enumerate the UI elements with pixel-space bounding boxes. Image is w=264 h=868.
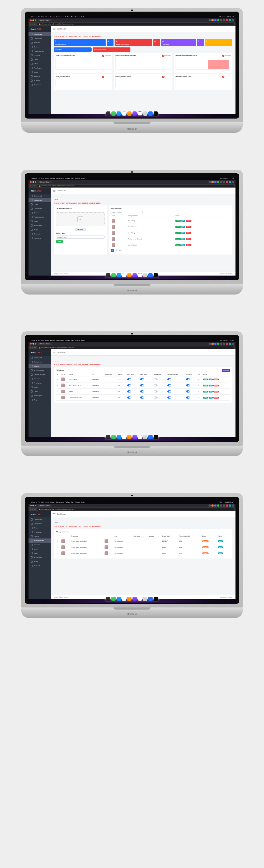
- search-input[interactable]: [111, 211, 142, 214]
- breadcrumb-home[interactable]: Home: [54, 522, 58, 523]
- toggle-popular[interactable]: [186, 378, 190, 380]
- active-badge[interactable]: Active: [203, 378, 208, 380]
- sidebar-item[interactable]: Categories: [28, 36, 51, 40]
- sidebar-item[interactable]: Appointments: [28, 49, 51, 53]
- macbook-frame: ChromeFileEditViewHistoryBookmarksProfil…: [21, 169, 243, 294]
- delete-button[interactable]: Delete: [213, 378, 219, 380]
- nav-fwd-icon[interactable]: ›: [32, 23, 33, 25]
- chevron-right-icon[interactable]: ›: [123, 250, 124, 252]
- sidebar-item[interactable]: Freelancer: [28, 207, 51, 211]
- tile-pending[interactable]: 0Pending Appointments: [114, 39, 152, 46]
- tile[interactable]: 0: [205, 39, 232, 46]
- tile[interactable]: 0: [153, 39, 160, 46]
- edit-button[interactable]: Edit: [209, 378, 213, 380]
- sidebar-item[interactable]: Coupons: [28, 53, 51, 57]
- appointments-panel: All Appointments #FreelancerUserServices…: [54, 529, 232, 558]
- view-button[interactable]: View: [218, 540, 223, 542]
- vscode-icon[interactable]: [148, 112, 153, 116]
- sidebar-item[interactable]: Appointments: [28, 215, 51, 219]
- sidebar-item[interactable]: Payments: [28, 236, 51, 240]
- table-row: 2BeautyAhmedabad…0.000ActiveEditDelete: [56, 389, 230, 395]
- sidebar-item[interactable]: Services: [28, 40, 51, 45]
- tile-users[interactable]: 0Total Users: [161, 39, 195, 46]
- next-link[interactable]: Next: [119, 250, 122, 252]
- cover-upload[interactable]: ▣: [56, 212, 105, 226]
- sidebar-item[interactable]: App Pages: [28, 223, 51, 227]
- salons-panel: Add New All Salons IdCoverNameCityCatego…: [54, 367, 232, 403]
- table-row: Hair ColouringActiveEditDelete: [111, 224, 230, 230]
- add-cover-button[interactable]: Add Cover: [75, 227, 86, 231]
- page-1[interactable]: 1: [111, 249, 114, 252]
- tile-new-appts[interactable]: 0New Appointments: [54, 39, 106, 46]
- salons-table: IdCoverNameCityCategoriesRatingHave Shop…: [56, 372, 230, 401]
- logo: Your LOGO: [28, 26, 51, 32]
- browser-chrome: Ultimate Salon ‹ › ⟳ 🔒ultimate-salon-adm…: [28, 19, 236, 26]
- delete-button[interactable]: Delete: [186, 220, 191, 222]
- active-badge[interactable]: Active: [175, 220, 181, 222]
- page-2[interactable]: 2: [115, 249, 118, 252]
- topbar: Dashboard: [51, 26, 236, 32]
- toggle-home[interactable]: [140, 378, 144, 380]
- macbook-frame: ChromeFileEditViewHistoryBookmarksProfil…: [21, 493, 243, 618]
- macbook-frame: ChromeFileEditViewHistoryBookmarksProfil…: [21, 331, 243, 456]
- breadcrumb-home[interactable]: Home: [54, 198, 58, 200]
- categories-table-panel: All Categories CoverCategory NameAction …: [109, 206, 232, 254]
- calendar-icon[interactable]: [122, 112, 126, 116]
- nav-back-icon[interactable]: ‹: [30, 23, 31, 25]
- terminal-icon[interactable]: [154, 112, 158, 116]
- page-title: Dashboard: [57, 28, 66, 30]
- sidebar-item[interactable]: Supports: [28, 232, 51, 236]
- test-warning: THIS IS A TEST VERSION ADD, EDIT, DELETE…: [54, 36, 232, 37]
- url-text[interactable]: ultimate-salon-admin.quicktechdevelopers…: [42, 23, 75, 25]
- reload-icon[interactable]: ⟳: [34, 23, 36, 25]
- category-name-input[interactable]: [56, 236, 105, 239]
- browser-tab[interactable]: Ultimate Salon: [38, 19, 51, 21]
- sidebar-item-categories[interactable]: Categories: [28, 198, 51, 202]
- tile-total-salon[interactable]: Total Salon: [54, 48, 91, 52]
- breadcrumb-home[interactable]: Home: [54, 360, 58, 362]
- chrome-icon[interactable]: [127, 112, 131, 116]
- sidebar-item[interactable]: Salons: [28, 45, 51, 49]
- chart-weekly-orders: Weekly Orders Stats0: [114, 74, 172, 90]
- footer-link[interactable]: Initappz: [228, 273, 232, 275]
- tile[interactable]: 0: [197, 39, 204, 46]
- table-row: 3ABC Salon Drive InAhmedabad…0.000Active…: [56, 382, 230, 389]
- studio-icon[interactable]: [138, 112, 142, 116]
- mail-icon[interactable]: [117, 112, 121, 116]
- footer-link[interactable]: Initappz: [54, 273, 59, 275]
- edit-button[interactable]: Edit: [181, 220, 186, 222]
- sidebar-item[interactable]: Users: [28, 57, 51, 62]
- sidebar-item[interactable]: Payments: [28, 83, 51, 87]
- toggle[interactable]: [154, 378, 158, 380]
- dock[interactable]: [105, 111, 159, 117]
- messages-icon[interactable]: [111, 112, 116, 116]
- traffic-lights[interactable]: [30, 20, 36, 21]
- toggle[interactable]: [167, 378, 171, 380]
- sep-icon: [143, 112, 147, 116]
- finder-icon[interactable]: [106, 112, 110, 116]
- save-button[interactable]: Save: [56, 240, 63, 243]
- tile-total-products[interactable]: Total Products Order: [93, 48, 130, 52]
- sidebar-item[interactable]: Cities: [28, 202, 51, 207]
- sidebar-item[interactable]: App Pages: [28, 66, 51, 70]
- sidebar-item[interactable]: Referral: [28, 74, 51, 79]
- xcode-icon[interactable]: [133, 112, 137, 116]
- sidebar-item[interactable]: Blogs: [28, 227, 51, 232]
- sidebar-item[interactable]: Offers: [28, 62, 51, 66]
- sidebar-item[interactable]: Supports: [28, 79, 51, 83]
- sidebar-item[interactable]: Blogs: [28, 70, 51, 74]
- sidebar-item[interactable]: Users: [28, 219, 51, 223]
- sidebar-item-appointments[interactable]: Appointments: [28, 538, 51, 542]
- sidebar-item[interactable]: Dashboard: [28, 194, 51, 198]
- toggle-shop[interactable]: [127, 378, 131, 380]
- chart-today-orders: Today Orders Stats0: [54, 74, 112, 90]
- add-new-button[interactable]: Add New: [222, 369, 230, 372]
- menu-icon[interactable]: [53, 28, 55, 30]
- sidebar-item-salons[interactable]: Salons: [28, 364, 51, 368]
- stat-tiles: 0New Appointments 0 0Pending Appointment…: [54, 39, 232, 46]
- tile[interactable]: 0: [107, 39, 113, 46]
- sidebar-item-dashboard[interactable]: Dashboard: [28, 32, 51, 36]
- sidebar-item[interactable]: Salons: [28, 211, 51, 215]
- pagination[interactable]: 1 2 Next ›: [111, 249, 230, 252]
- badge: 0: [102, 55, 104, 57]
